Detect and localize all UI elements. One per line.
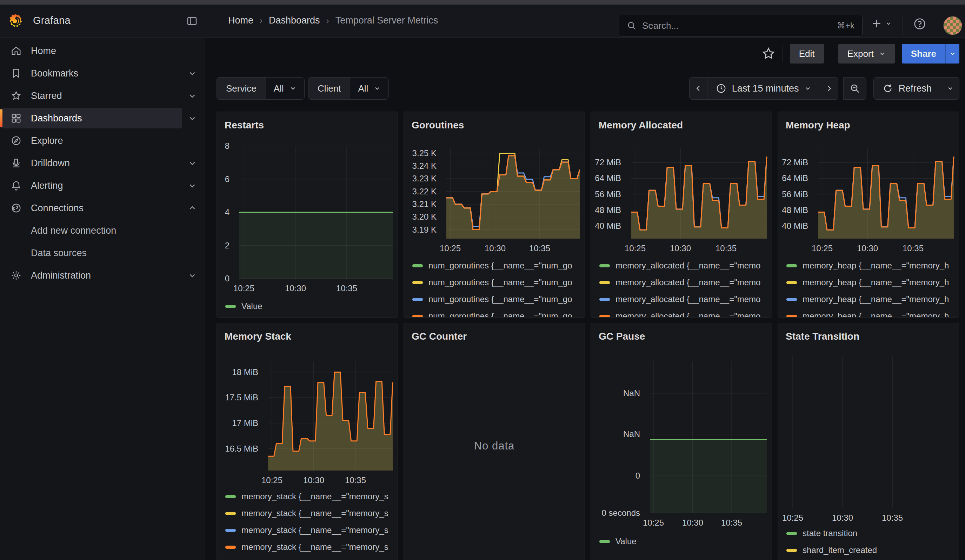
service-variable-value[interactable]: All [266, 78, 304, 99]
sidebar-item-connections[interactable]: Connections [0, 197, 205, 219]
chevron-down-icon[interactable] [188, 158, 197, 168]
chevron-down-icon[interactable] [188, 271, 197, 280]
legend-series-label: memory_allocated {__name__="memo [615, 278, 761, 287]
legend-item[interactable]: num_goroutines {__name__="num_go [412, 291, 582, 308]
service-variable-label: Service [217, 78, 266, 99]
chevron-down-icon[interactable] [188, 91, 197, 100]
panel-title-gc-pause[interactable]: GC Pause [599, 331, 645, 342]
search-box[interactable]: ⌘+k [619, 15, 862, 36]
sidebar-toggle-icon[interactable] [186, 15, 198, 27]
chart-memory-heap[interactable] [818, 148, 954, 238]
chevron-down-icon [374, 85, 381, 92]
sidebar-item-explore[interactable]: Explore [0, 129, 205, 152]
legend-item[interactable]: state transition [787, 525, 956, 542]
chart-memory-allocated[interactable] [631, 148, 767, 238]
chevron-down-icon[interactable] [188, 69, 197, 78]
legend-item[interactable]: memory_stack {__name__="memory_s [225, 505, 395, 522]
legend-item[interactable]: memory_heap {__name__="memory_h [787, 291, 956, 308]
chevron-down-icon [804, 85, 811, 92]
legend-item[interactable]: memory_heap {__name__="memory_h [787, 274, 956, 291]
panel-title-memory-stack[interactable]: Memory Stack [224, 331, 291, 342]
panel-title-state-transition[interactable]: State Transition [786, 331, 859, 342]
sidebar-item-administration[interactable]: Administration [0, 264, 205, 287]
chart-gc-pause[interactable] [650, 361, 767, 513]
y-tick-label: 3.24 K [407, 161, 437, 171]
chart-state-transition[interactable] [779, 356, 954, 508]
add-button[interactable] [871, 18, 892, 29]
legend-item[interactable]: memory_stack {__name__="memory_s [225, 522, 395, 539]
legend-item[interactable]: Value [225, 298, 395, 315]
sidebar-item-drilldown[interactable]: Drilldown [0, 152, 205, 175]
zoom-out-icon [850, 83, 860, 94]
zoom-out-button[interactable] [843, 77, 867, 100]
legend-item[interactable]: memory_heap {__name__="memory_h [787, 257, 956, 274]
panel-title-memory-allocated[interactable]: Memory Allocated [599, 120, 683, 131]
user-avatar[interactable] [943, 16, 962, 35]
legend-series-marker [599, 298, 610, 301]
legend-item[interactable]: memory_stack {__name__="memory_s [225, 488, 395, 505]
sidebar-item-alerting[interactable]: Alerting [0, 175, 205, 197]
panel-title-goroutines[interactable]: Goroutines [412, 120, 464, 131]
sidebar-item-starred[interactable]: Starred [0, 85, 205, 107]
sidebar-item-home[interactable]: Home [0, 40, 205, 62]
y-tick-label: 16.5 MiB [220, 444, 258, 454]
breadcrumb: Home › Dashboards › Temporal Server Metr… [228, 15, 438, 26]
search-input[interactable] [642, 20, 831, 31]
help-button[interactable] [913, 17, 926, 31]
client-variable-value[interactable]: All [350, 78, 388, 99]
export-button[interactable]: Export [838, 44, 895, 64]
refresh-button[interactable]: Refresh [873, 77, 941, 100]
time-shift-back-button[interactable] [689, 77, 707, 100]
share-button[interactable]: Share [902, 44, 945, 64]
panel-title-restarts[interactable]: Restarts [224, 120, 264, 131]
panel-title-memory-heap[interactable]: Memory Heap [786, 120, 850, 131]
chevron-down-icon[interactable] [188, 181, 197, 190]
legend-item[interactable]: memory_allocated {__name__="memo [599, 308, 769, 318]
breadcrumb-dashboards[interactable]: Dashboards [269, 15, 320, 26]
dashboard-toolbar: Edit Export Share [205, 38, 965, 70]
chevron-up-icon[interactable] [188, 204, 197, 213]
x-tick-label: 10:35 [707, 243, 745, 253]
legend-item[interactable]: memory_stack {__name__="memory_s [225, 539, 395, 555]
legend-item[interactable]: num_goroutines {__name__="num_go [412, 308, 582, 318]
legend-item[interactable]: memory_allocated {__name__="memo [599, 291, 769, 308]
sidebar-item-data-sources[interactable]: Data sources [0, 242, 205, 264]
panel-title-gc-counter[interactable]: GC Counter [412, 331, 467, 342]
legend-item[interactable]: Value [599, 533, 769, 550]
sidebar-item-bookmarks[interactable]: Bookmarks [0, 62, 205, 85]
grafana-logo-icon[interactable] [8, 13, 24, 29]
time-shift-forward-button[interactable] [820, 77, 838, 100]
gear-icon [10, 270, 22, 281]
legend-item[interactable]: memory_allocated {__name__="memo [599, 257, 769, 274]
chart-goroutines[interactable] [447, 148, 580, 238]
time-range-picker[interactable]: Last 15 minutes [707, 77, 820, 100]
breadcrumb-separator: › [260, 16, 262, 26]
sidebar-item-dashboards[interactable]: Dashboards [0, 107, 205, 129]
chevron-right-icon [825, 85, 833, 92]
panel-memory-heap: Memory Heap72 MiB64 MiB56 MiB48 MiB40 Mi… [778, 112, 959, 318]
nav-divider [935, 15, 935, 36]
legend-item[interactable]: shard_item_created [787, 542, 956, 558]
favorite-star-icon[interactable] [762, 47, 775, 61]
edit-button[interactable]: Edit [790, 44, 824, 64]
window-top-edge [0, 0, 965, 5]
chevron-down-icon[interactable] [188, 114, 197, 123]
y-tick-label: 72 MiB [782, 158, 808, 167]
sidebar-item-label: Alerting [31, 180, 63, 191]
sidebar-item-add-new-connection[interactable]: Add new connection [0, 219, 205, 242]
refresh-interval-dropdown[interactable] [941, 77, 959, 100]
share-dropdown-button[interactable] [945, 44, 959, 64]
chart-restarts[interactable] [239, 146, 393, 279]
legend-item[interactable]: memory_heap {__name__="memory_h [787, 308, 956, 318]
legend-item[interactable]: num_goroutines {__name__="num_go [412, 274, 582, 291]
breadcrumb-home[interactable]: Home [228, 15, 254, 26]
x-tick-label: 10:25 [803, 243, 841, 253]
panel-state-transition: State Transition10:2510:3010:35state tra… [778, 323, 959, 560]
legend-item[interactable]: memory_allocated {__name__="memo [599, 274, 769, 291]
chart-memory-stack[interactable] [268, 361, 393, 470]
legend-series-label: memory_allocated {__name__="memo [615, 311, 761, 318]
legend-series-marker [599, 264, 610, 267]
y-tick-label: 2 [220, 241, 229, 250]
apps-icon [10, 113, 22, 124]
legend-item[interactable]: num_goroutines {__name__="num_go [412, 257, 582, 274]
